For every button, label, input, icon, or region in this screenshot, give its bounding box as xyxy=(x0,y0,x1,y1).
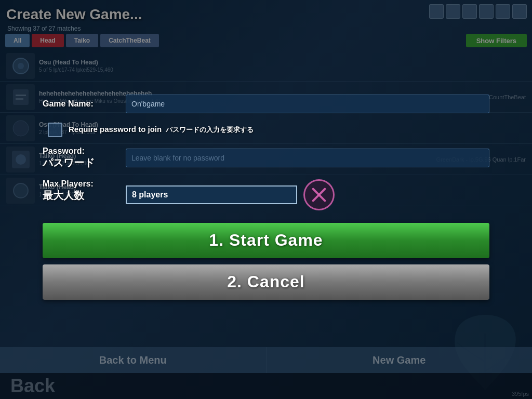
modal-overlay: Game Name: Require password to join パスワー… xyxy=(0,0,532,399)
game-name-input[interactable] xyxy=(126,95,489,113)
start-game-button[interactable]: 1. Start Game xyxy=(43,223,489,258)
game-name-row: Game Name: xyxy=(43,95,489,113)
require-password-checkbox[interactable] xyxy=(48,123,62,137)
game-name-label: Game Name: xyxy=(43,99,126,109)
password-label-jp: パスワード xyxy=(43,156,126,170)
password-row: Password: パスワード xyxy=(43,147,489,170)
require-password-label: Require password to join パスワードの入力を要求する xyxy=(69,125,254,135)
password-label: Password: xyxy=(43,147,85,155)
max-players-control: 2 players 4 players 6 players 8 players … xyxy=(126,179,489,210)
circle-x-button[interactable] xyxy=(303,179,335,210)
password-label-block: Password: パスワード xyxy=(43,147,126,170)
max-players-label-jp: 最大人数 xyxy=(43,189,126,203)
max-players-select[interactable]: 2 players 4 players 6 players 8 players … xyxy=(126,185,297,204)
create-game-panel: Game Name: Require password to join パスワー… xyxy=(27,84,505,315)
max-players-label-block: Max Players: 最大人数 xyxy=(43,179,126,203)
require-password-row: Require password to join パスワードの入力を要求する xyxy=(43,123,489,137)
max-players-row: Max Players: 最大人数 2 players 4 players 6 … xyxy=(43,179,489,210)
password-input[interactable] xyxy=(126,149,489,167)
max-players-label: Max Players: xyxy=(43,179,126,189)
cancel-button[interactable]: 2. Cancel xyxy=(43,264,489,300)
